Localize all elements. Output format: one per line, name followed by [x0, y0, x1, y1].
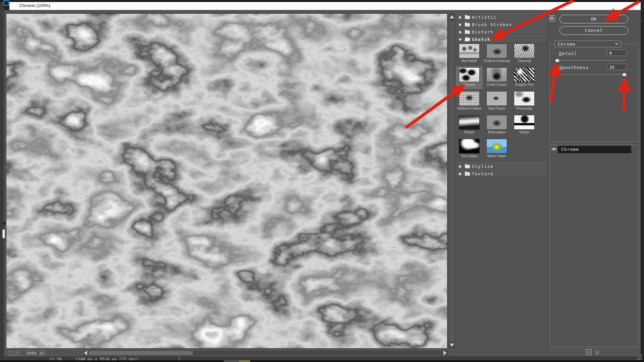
category-label: Brush Strokes	[472, 22, 512, 27]
thumbnail-image	[486, 115, 507, 130]
smoothness-input[interactable]	[607, 64, 627, 70]
filter-thumb-charcoal[interactable]: Charcoal	[511, 43, 538, 65]
chevron-down-icon	[615, 42, 619, 45]
new-effect-layer-button[interactable]: +	[586, 349, 592, 355]
chevron-down-icon[interactable]	[39, 351, 45, 355]
category-artistic[interactable]: Artistic	[456, 13, 547, 21]
filter-type-value: Chrome	[558, 42, 576, 47]
thumbnail-image	[459, 115, 480, 130]
expander-closed-icon	[459, 165, 462, 168]
status-separator: /	[178, 357, 180, 360]
thumbnail-image	[514, 115, 535, 130]
category-sketch[interactable]: Sketch	[456, 36, 547, 43]
detail-label: Detail	[559, 51, 577, 56]
thumbnail-image	[514, 44, 535, 58]
filter-preview-canvas[interactable]	[6, 13, 447, 349]
scroll-right-icon[interactable]	[443, 351, 447, 355]
scroll-down-icon[interactable]	[449, 344, 454, 347]
grip-dot	[2, 15, 2, 16]
scroll-up-icon[interactable]	[449, 15, 454, 18]
filter-thumb-plaster[interactable]: Plaster	[456, 114, 483, 137]
layer-visibility-toggle[interactable]	[551, 146, 557, 153]
status-bar: 12.5% 1100 px x 5514 px (72 ppi) /	[4, 356, 641, 360]
category-label: Texture	[472, 172, 494, 176]
folder-icon	[465, 172, 470, 176]
chevron-up-icon	[550, 18, 554, 21]
taskbar-edge	[0, 360, 644, 362]
folder-icon	[465, 31, 470, 34]
zoom-level-dropdown[interactable]: 100%	[21, 350, 46, 356]
folder-icon	[465, 23, 470, 26]
eye-icon	[551, 147, 557, 151]
dialog-title-bar[interactable]: Chrome (100%)	[9, 2, 641, 10]
filter-type-dropdown[interactable]: Chrome	[554, 41, 621, 47]
filter-thumb-graphic-pen[interactable]: Graphic Pen	[511, 66, 538, 89]
expander-closed-icon	[459, 16, 462, 19]
panel-divider	[547, 13, 548, 356]
trash-icon	[594, 349, 600, 355]
category-label: Sketch	[472, 37, 490, 42]
category-label: Distort	[472, 30, 494, 35]
horizontal-scrollbar-thumb[interactable]	[89, 351, 193, 355]
zoom-in-button[interactable]: +	[14, 351, 19, 356]
thumbnail-image	[486, 67, 507, 82]
category-brush-strokes[interactable]: Brush Strokes	[456, 21, 547, 28]
background-tool-icon	[3, 222, 6, 225]
thumbnail-image	[459, 44, 480, 58]
grip-dot	[2, 13, 2, 14]
scroll-left-icon[interactable]	[84, 351, 87, 355]
zoom-out-button[interactable]: −	[8, 351, 13, 356]
thumbnail-image	[486, 139, 507, 154]
chrome-filter-preview-image	[6, 14, 447, 349]
effect-layer-row-chrome[interactable]: Chrome	[558, 146, 631, 153]
filter-thumb-stamp[interactable]: Stamp	[511, 114, 538, 137]
filter-thumb-water-paper[interactable]: Water Paper	[483, 138, 510, 161]
category-texture[interactable]: Texture	[456, 170, 547, 177]
thumbnail-image	[486, 44, 507, 58]
backdrop-left-strip	[0, 2, 4, 362]
grip-dot	[2, 17, 2, 18]
folder-icon	[465, 165, 470, 168]
thumbnail-image	[459, 91, 480, 106]
filter-thumb-torn-edges[interactable]: Torn Edges	[456, 138, 483, 161]
zoom-level-value: 100%	[26, 351, 37, 356]
expander-closed-icon	[459, 31, 462, 34]
detail-input[interactable]	[607, 50, 627, 56]
thumbnail-image	[459, 139, 480, 154]
grip-dot	[2, 11, 2, 12]
taskbar-segment	[224, 360, 239, 362]
vertical-scrollbar[interactable]	[448, 13, 455, 349]
status-zoom-level: 12.5%	[50, 357, 62, 360]
cancel-button[interactable]: Cancel	[559, 26, 628, 35]
background-panel-arrow-icon: ‹	[641, 19, 644, 23]
filter-thumb-photocopy[interactable]: Photocopy	[511, 90, 538, 113]
background-toolbar-fragment	[2, 229, 5, 238]
folder-icon	[465, 16, 470, 19]
category-distort[interactable]: Distort	[456, 28, 547, 36]
expander-closed-icon	[459, 23, 462, 26]
horizontal-scrollbar[interactable]	[83, 351, 448, 355]
parameter-groupbox	[549, 44, 639, 142]
filter-thumb-conte-crayon[interactable]: Conté Crayon	[483, 66, 510, 89]
thumbnail-image	[514, 91, 535, 106]
delete-effect-layer-button[interactable]	[594, 349, 600, 355]
filter-thumb-halftone-pattern[interactable]: Halftone Pattern	[456, 90, 483, 113]
thumbnail-image	[459, 67, 480, 82]
expander-open-icon	[459, 39, 462, 41]
dialog-resize-grip[interactable]	[637, 355, 643, 360]
filter-thumb-chalk-charcoal[interactable]: Chalk & Charcoal	[483, 43, 510, 65]
filter-thumb-note-paper[interactable]: Note Paper	[483, 90, 510, 113]
category-stylize[interactable]: Stylize	[456, 163, 547, 170]
filter-thumb-bas-relief[interactable]: Bas Relief	[456, 43, 483, 65]
open-folder-icon	[465, 38, 470, 41]
effect-layer-name: Chrome	[561, 147, 579, 152]
filter-thumb-chrome-selected[interactable]: Chrome	[456, 66, 483, 89]
detail-slider-track[interactable]	[557, 60, 627, 61]
smoothness-slider-track[interactable]	[557, 74, 627, 75]
ok-button[interactable]: OK	[559, 15, 628, 23]
vertical-scrollbar-thumb[interactable]	[449, 21, 454, 342]
backdrop-right-strip	[641, 0, 644, 362]
effect-layers-panel	[549, 145, 639, 347]
collapse-filter-list-button[interactable]	[549, 15, 555, 21]
filter-thumb-reticulation[interactable]: Reticulation	[483, 114, 510, 137]
